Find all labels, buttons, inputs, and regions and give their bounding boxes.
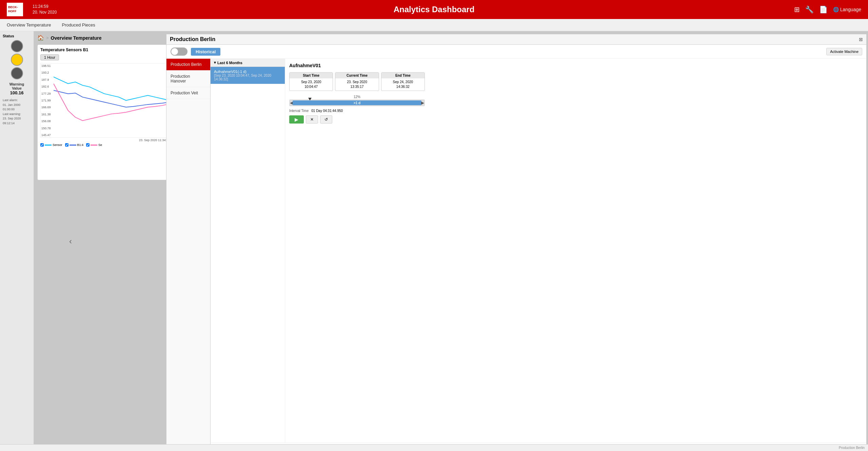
historical-label: Historical: [191, 48, 220, 56]
interval-time-label: Interval Time: [289, 109, 309, 113]
navbar: Overview Temperature Produced Pieces: [0, 19, 868, 31]
progress-bar-wrapper[interactable]: ◀ >1 d ▶: [289, 99, 425, 106]
historical-toggle[interactable]: [171, 48, 188, 56]
sensor-panel: Temperature Sensors B1 1 Hour 198.51 193…: [37, 44, 173, 180]
start-time-header: Start Time: [290, 73, 333, 78]
status-warning-label: Warning: [9, 82, 24, 86]
legend-se-checkbox[interactable]: [86, 143, 90, 147]
nav-overview-temperature[interactable]: Overview Temperature: [5, 20, 53, 30]
stop-icon: ✕: [310, 117, 314, 122]
popup-nav-production-berlin[interactable]: Production Berlin: [166, 59, 210, 71]
config-icon[interactable]: ⊞: [794, 5, 800, 14]
logo-block: BECK- HOFF 11:24:59 20. Nov 2020: [7, 3, 57, 16]
popup-nav-production-hanover[interactable]: Production Hanover: [166, 71, 210, 87]
records-group-header[interactable]: ▾ Last 6 Months: [211, 59, 285, 67]
bottom-bar-text: Production Berlin: [839, 446, 865, 450]
interval-button[interactable]: 1 Hour: [40, 54, 59, 60]
nav-produced-pieces[interactable]: Produced Pieces: [61, 20, 97, 30]
wrench-icon[interactable]: 🔧: [805, 5, 814, 14]
traffic-light: [11, 40, 23, 79]
start-time-cell: Start Time Sep 23, 202010:04:47: [289, 72, 333, 91]
document-icon[interactable]: 📄: [819, 5, 828, 14]
legend-sensor: Sensor: [40, 143, 62, 147]
green-light: [11, 67, 23, 79]
play-icon: ▶: [295, 117, 298, 122]
action-buttons: ▶ ✕ ↺: [289, 115, 425, 124]
progress-right-button[interactable]: ▶: [421, 100, 424, 105]
status-info: Last alarm: 01. Jan 2000 01:00:00 Last w…: [3, 98, 31, 126]
record-date: [Sep 23, 2020 10:04:47, Sep 24, 2020 14:…: [214, 74, 281, 81]
legend-b14-checkbox[interactable]: [65, 143, 68, 147]
chart-x-label: 23. Sep 2020 11:34:47: [40, 138, 170, 142]
beckhoff-logo: BECK- HOFF: [7, 3, 23, 16]
chart-y-labels: 198.51 193.2 187.9 182.6 177.29 171.99 1…: [41, 63, 54, 137]
interval-time-value: 01 Day 04:31:44.950: [311, 109, 343, 113]
breadcrumb-separator: >: [46, 35, 49, 40]
main-popup: Production Berlin ⊠ Historical Activate …: [166, 34, 867, 450]
current-time-header: Current Time: [335, 73, 378, 78]
detail-title: AufnahmeV01: [289, 63, 862, 68]
end-time-cell: End Time Sep 24, 202014:36:32: [381, 72, 425, 91]
toggle-knob: [171, 48, 178, 55]
status-label: Status: [3, 34, 14, 38]
progress-bar-label: >1 d: [354, 101, 360, 105]
popup-header: Production Berlin ⊠: [166, 34, 866, 45]
nav-arrow-left[interactable]: ‹: [69, 237, 72, 246]
header: BECK- HOFF 11:24:59 20. Nov 2020 Analyti…: [0, 0, 868, 19]
chart-canvas: [54, 63, 170, 137]
records-list: ▾ Last 6 Months AufnahmeV01(-1 d) [Sep 2…: [211, 59, 285, 443]
stop-button[interactable]: ✕: [306, 115, 318, 124]
records-section: ▾ Last 6 Months AufnahmeV01(-1 d) [Sep 2…: [211, 59, 866, 443]
status-panel: Status Warning Value 100.16 Last alarm: …: [0, 31, 34, 451]
header-title: Analytics Dashboard: [394, 5, 475, 14]
legend-sensor-checkbox[interactable]: [40, 143, 44, 147]
refresh-button[interactable]: ↺: [320, 115, 332, 124]
popup-nav: Production Berlin Production Hanover Pro…: [166, 59, 211, 449]
activate-machine-button[interactable]: Activate Machine: [826, 48, 862, 55]
popup-close-button[interactable]: ⊠: [859, 37, 863, 42]
home-icon[interactable]: 🏠: [37, 35, 44, 41]
content-area: 🏠 > Overview Temperature ‹ Temperature S…: [34, 31, 868, 451]
record-item-0[interactable]: AufnahmeV01(-1 d) [Sep 23, 2020 10:04:47…: [211, 67, 285, 84]
breadcrumb-current: Overview Temperature: [51, 35, 102, 41]
popup-body: Production Berlin Production Hanover Pro…: [166, 59, 866, 449]
record-title: AufnahmeV01(-1 d): [214, 70, 281, 74]
status-value-label: Value: [12, 86, 22, 90]
popup-title: Production Berlin: [170, 36, 215, 42]
header-time: 11:24:59 20. Nov 2020: [33, 4, 57, 15]
main-area: Status Warning Value 100.16 Last alarm: …: [0, 31, 868, 451]
toggle-bar: Historical Activate Machine: [166, 45, 866, 59]
popup-nav-production-veit[interactable]: Production Veit: [166, 87, 210, 99]
time-grid: Start Time Sep 23, 202010:04:47 Current …: [289, 72, 425, 91]
refresh-icon: ↺: [324, 117, 328, 122]
bottom-bar: Production Berlin: [0, 444, 868, 451]
end-time-value: Sep 24, 202014:36:32: [381, 78, 425, 91]
yellow-light: [11, 54, 23, 66]
current-time-cell: Current Time 23. Sep 202013:35:17: [335, 72, 379, 91]
detail-area: AufnahmeV01 Start Time Sep 23, 202010:04…: [285, 59, 866, 443]
end-time-header: End Time: [381, 73, 425, 78]
header-right: ⊞ 🔧 📄 🌐 Language: [794, 5, 861, 14]
interval-time-row: Interval Time 01 Day 04:31:44.950: [289, 109, 425, 113]
start-time-value: Sep 23, 202010:04:47: [290, 78, 333, 91]
legend-se: Se: [86, 143, 102, 147]
svg-text:BECK-: BECK-: [8, 5, 18, 9]
sensor-title: Temperature Sensors B1: [40, 48, 170, 52]
legend-b14: B1:4: [65, 143, 84, 147]
progress-container: 12% ◀ >1 d ▶: [289, 95, 425, 106]
progress-marker: [308, 98, 312, 100]
chart-legend: Sensor B1:4 Se: [40, 143, 170, 147]
popup-content: ▾ Last 6 Months AufnahmeV01(-1 d) [Sep 2…: [211, 59, 866, 449]
status-value: 100.16: [10, 90, 24, 95]
chart-area: 198.51 193.2 187.9 182.6 177.29 171.99 1…: [40, 63, 170, 138]
svg-text:HOFF: HOFF: [8, 10, 17, 13]
red-light: [11, 40, 23, 52]
play-button[interactable]: ▶: [289, 115, 304, 124]
current-time-value: 23. Sep 202013:35:17: [335, 78, 378, 91]
language-button[interactable]: 🌐 Language: [833, 7, 861, 12]
